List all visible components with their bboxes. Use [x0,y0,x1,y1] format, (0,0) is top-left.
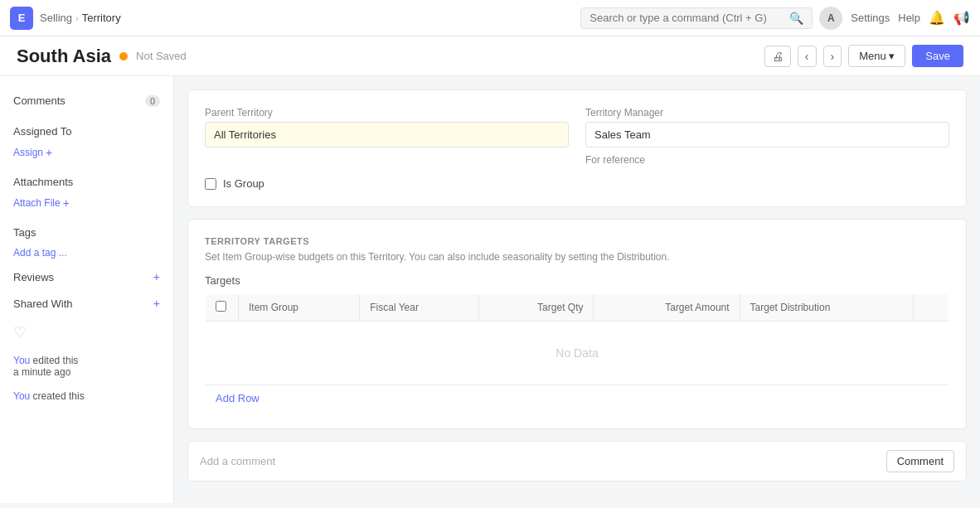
search-icon: 🔍 [789,12,803,25]
announcements-icon[interactable]: 📢 [953,10,970,26]
for-reference: For reference [585,154,949,166]
territory-manager-group: Territory Manager For reference [585,107,949,166]
comments-count: 0 [145,95,160,107]
not-saved-dot [119,52,128,60]
sidebar-item-comments[interactable]: Comments 0 [0,88,173,114]
header-actions: 🖨 ‹ › Menu ▾ Save [764,45,963,67]
sidebar-item-attachments: Attachments [0,169,173,195]
menu-button[interactable]: Menu ▾ [848,45,905,67]
add-row-row: Add Row [206,385,949,412]
targets-card: TERRITORY TARGETS Set Item Group-wise bu… [187,219,967,429]
th-target-qty: Target Qty [479,294,594,322]
activity-item-1: You edited this a minute ago [13,355,160,378]
attach-file-link[interactable]: Attach File + [0,196,173,210]
activity-section: You edited this a minute ago You created… [0,348,173,409]
breadcrumb-selling[interactable]: Selling [40,12,72,24]
activity-item-2: You created this [13,390,160,402]
sidebar-section-attachments: Attachments Attach File + [0,164,173,215]
activity-you-2: You [13,390,30,402]
breadcrumb-chevron-1: › [75,13,79,23]
form-card: Parent Territory Territory Manager For r… [187,90,967,207]
nav-right: A Settings Help 🔔 📢 [819,7,970,30]
page-title: South Asia [17,46,111,67]
add-tag-link[interactable]: Add a tag ... [0,247,173,259]
sidebar-item-shared: Shared With + [0,290,173,317]
th-checkbox [206,294,239,322]
prev-button[interactable]: ‹ [798,46,817,67]
assign-link[interactable]: Assign + [0,146,173,159]
parent-territory-group: Parent Territory [205,107,569,166]
territory-manager-label: Territory Manager [585,107,949,119]
no-data-cell: No Data [206,322,949,385]
top-nav: E Selling › Territory 🔍 A Settings Help … [0,0,980,36]
shared-with-label: Shared With [13,298,73,310]
parent-territory-input[interactable] [205,122,569,148]
sidebar-item-assigned: Assigned To [0,119,173,144]
add-row-cell: Add Row [206,385,949,412]
breadcrumb-territory[interactable]: Territory [82,12,121,24]
sidebar-item-reviews: Reviews + [0,264,173,290]
main-layout: Comments 0 Assigned To Assign + Attachme… [0,76,980,503]
targets-desc: Set Item Group-wise budgets on this Terr… [205,251,949,263]
sidebar: Comments 0 Assigned To Assign + Attachme… [0,76,174,503]
reviews-label: Reviews [13,271,54,283]
comment-card: Add a comment Comment [187,441,967,481]
th-actions [913,294,948,322]
is-group-checkbox[interactable] [205,178,216,190]
avatar[interactable]: A [819,7,842,30]
th-fiscal-year: Fiscal Year [360,294,479,322]
targets-section-label: Targets [205,274,949,287]
app-icon[interactable]: E [10,7,33,30]
select-all-checkbox[interactable] [216,301,226,312]
comments-label: Comments [13,94,65,107]
settings-link[interactable]: Settings [851,12,890,24]
not-saved-label: Not Saved [136,50,187,62]
activity-you-1: You [13,355,30,366]
targets-title: TERRITORY TARGETS [205,236,949,246]
add-row-button[interactable]: Add Row [216,392,260,404]
no-data-row: No Data [206,322,949,385]
like-icon[interactable]: ♡ [0,317,173,348]
th-item-group: Item Group [239,294,360,322]
is-group-row: Is Group [205,177,949,190]
attach-plus-icon: + [63,196,70,210]
sidebar-section-assigned: Assigned To Assign + [0,114,173,164]
th-target-amount: Target Amount [594,294,740,322]
next-button[interactable]: › [823,46,842,67]
page-header: South Asia Not Saved 🖨 ‹ › Menu ▾ Save [0,36,980,76]
table-header-row: Item Group Fiscal Year Target Qty Target… [206,294,949,322]
tags-label: Tags [13,226,36,239]
form-row-1: Parent Territory Territory Manager For r… [205,107,949,166]
targets-table: Item Group Fiscal Year Target Qty Target… [205,293,949,412]
content-area: Parent Territory Territory Manager For r… [174,76,980,503]
th-target-distribution: Target Distribution [740,294,913,322]
search-input[interactable] [589,12,784,24]
sidebar-section-tags: Tags Add a tag ... [0,215,173,264]
notifications-icon[interactable]: 🔔 [929,10,945,26]
breadcrumb: Selling › Territory [40,12,121,24]
title-area: South Asia Not Saved [17,46,187,67]
territory-manager-input[interactable] [585,122,949,148]
is-group-label: Is Group [223,177,264,190]
parent-territory-label: Parent Territory [205,107,569,119]
assign-plus-icon: + [46,146,52,159]
attachments-label: Attachments [13,176,73,188]
help-link[interactable]: Help [898,12,920,24]
shared-plus-icon[interactable]: + [153,297,160,310]
save-button[interactable]: Save [912,45,963,67]
print-button[interactable]: 🖨 [764,46,791,67]
search-bar[interactable]: 🔍 [580,7,813,29]
reviews-plus-icon[interactable]: + [153,270,160,283]
sidebar-item-tags: Tags [0,220,173,245]
comment-button[interactable]: Comment [886,450,954,472]
comment-placeholder[interactable]: Add a comment [200,455,886,467]
assigned-to-label: Assigned To [13,125,72,138]
